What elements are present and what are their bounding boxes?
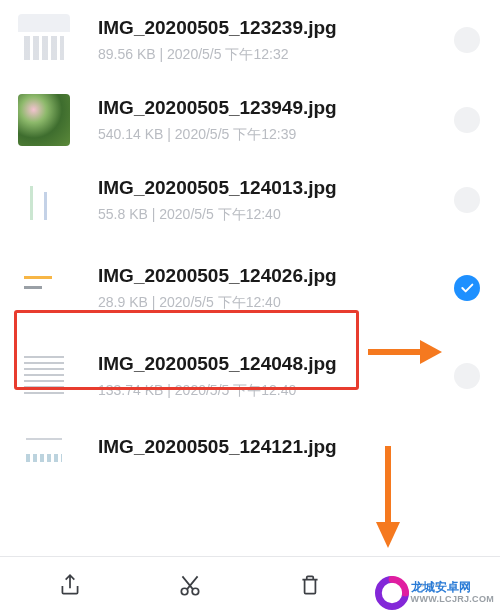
bottom-toolbar	[0, 556, 500, 612]
select-circle[interactable]	[454, 363, 480, 389]
file-thumbnail	[18, 14, 70, 66]
select-circle[interactable]	[454, 107, 480, 133]
file-row[interactable]: IMG_20200505_123949.jpg 540.14 KB | 2020…	[0, 80, 500, 160]
file-thumbnail	[18, 430, 70, 470]
select-circle-checked[interactable]	[454, 275, 480, 301]
svg-point-8	[436, 583, 439, 586]
more-button[interactable]	[400, 565, 460, 605]
file-meta-label: 89.56 KB | 2020/5/5 下午12:32	[98, 46, 454, 64]
file-thumbnail	[18, 174, 70, 226]
file-row[interactable]: IMG_20200505_124013.jpg 55.8 KB | 2020/5…	[0, 160, 500, 240]
file-name-label: IMG_20200505_124121.jpg	[98, 435, 480, 460]
file-info: IMG_20200505_123949.jpg 540.14 KB | 2020…	[98, 96, 454, 145]
file-row[interactable]: IMG_20200505_123239.jpg 89.56 KB | 2020/…	[0, 0, 500, 80]
file-list: IMG_20200505_123239.jpg 89.56 KB | 2020/…	[0, 0, 500, 474]
select-circle[interactable]	[454, 27, 480, 53]
cut-button[interactable]	[160, 565, 220, 605]
file-row[interactable]: IMG_20200505_124026.jpg 28.9 KB | 2020/5…	[0, 240, 500, 336]
file-info: IMG_20200505_124121.jpg	[98, 435, 480, 466]
file-thumbnail	[18, 350, 70, 402]
file-info: IMG_20200505_124013.jpg 55.8 KB | 2020/5…	[98, 176, 454, 225]
check-icon	[459, 280, 475, 296]
file-name-label: IMG_20200505_123949.jpg	[98, 96, 454, 121]
delete-button[interactable]	[280, 565, 340, 605]
file-meta-label: 133.74 KB | 2020/5/5 下午12:40	[98, 382, 454, 400]
file-meta-label: 28.9 KB | 2020/5/5 下午12:40	[98, 294, 454, 312]
file-thumbnail	[18, 94, 70, 146]
svg-point-6	[421, 583, 424, 586]
file-thumbnail	[18, 262, 70, 314]
file-info: IMG_20200505_123239.jpg 89.56 KB | 2020/…	[98, 16, 454, 65]
file-meta-label: 540.14 KB | 2020/5/5 下午12:39	[98, 126, 454, 144]
file-meta-label: 55.8 KB | 2020/5/5 下午12:40	[98, 206, 454, 224]
svg-point-7	[428, 583, 431, 586]
file-info: IMG_20200505_124048.jpg 133.74 KB | 2020…	[98, 352, 454, 401]
file-name-label: IMG_20200505_124013.jpg	[98, 176, 454, 201]
more-icon	[417, 572, 443, 598]
svg-marker-3	[376, 522, 400, 548]
file-name-label: IMG_20200505_124048.jpg	[98, 352, 454, 377]
file-info: IMG_20200505_124026.jpg 28.9 KB | 2020/5…	[98, 264, 454, 313]
scissors-icon	[177, 572, 203, 598]
trash-icon	[297, 572, 323, 598]
file-row[interactable]: IMG_20200505_124048.jpg 133.74 KB | 2020…	[0, 336, 500, 416]
file-name-label: IMG_20200505_124026.jpg	[98, 264, 454, 289]
file-row[interactable]: IMG_20200505_124121.jpg	[0, 416, 500, 474]
share-button[interactable]	[40, 565, 100, 605]
share-icon	[57, 572, 83, 598]
file-name-label: IMG_20200505_123239.jpg	[98, 16, 454, 41]
select-circle[interactable]	[454, 187, 480, 213]
